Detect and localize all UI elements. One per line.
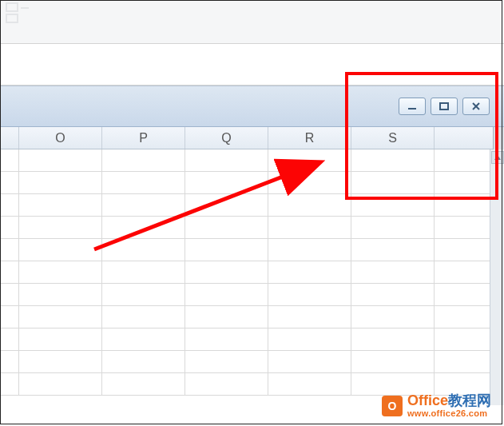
close-icon xyxy=(470,102,482,111)
ribbon-area xyxy=(0,0,504,44)
column-header-S[interactable]: S xyxy=(351,127,435,149)
column-header-O[interactable]: O xyxy=(19,127,102,149)
grid-row[interactable] xyxy=(0,217,490,239)
grid-row[interactable] xyxy=(0,149,490,172)
grid-row[interactable] xyxy=(0,172,490,194)
grid-row[interactable] xyxy=(0,284,490,306)
maximize-button[interactable] xyxy=(431,98,458,115)
minimize-button[interactable] xyxy=(399,98,426,115)
watermark-title: Office教程网 xyxy=(407,393,491,408)
spreadsheet-grid[interactable] xyxy=(0,149,504,405)
close-button[interactable] xyxy=(462,98,490,115)
workbook-window-controls xyxy=(399,98,490,115)
grid-row[interactable] xyxy=(0,328,490,351)
column-header-spacer xyxy=(0,127,19,149)
watermark-url: www.office26.com xyxy=(407,409,491,418)
svg-rect-3 xyxy=(408,108,416,109)
grid-row[interactable] xyxy=(0,239,490,261)
svg-marker-7 xyxy=(494,155,501,160)
column-header-R[interactable]: R xyxy=(268,127,351,149)
grid-row[interactable] xyxy=(0,351,490,373)
column-header-Q[interactable]: Q xyxy=(185,127,268,149)
grid-row[interactable] xyxy=(0,261,490,284)
watermark-badge: O xyxy=(382,396,403,416)
workbook-window-titlebar xyxy=(0,86,504,127)
formula-bar-area xyxy=(0,47,504,86)
svg-rect-4 xyxy=(440,103,448,109)
grid-rows xyxy=(0,149,490,405)
formula-bar[interactable] xyxy=(0,47,498,70)
vertical-scrollbar[interactable] xyxy=(490,149,504,405)
svg-rect-0 xyxy=(6,3,18,11)
maximize-icon xyxy=(439,102,450,111)
chevron-up-icon xyxy=(494,155,501,160)
split-handle[interactable] xyxy=(493,127,504,149)
grid-row[interactable] xyxy=(0,306,490,328)
column-header-row: O P Q R S xyxy=(0,127,504,149)
watermark: O Office教程网 www.office26.com xyxy=(382,393,491,418)
placeholder-ribbon-icon xyxy=(5,2,34,27)
grid-row[interactable] xyxy=(0,194,490,217)
scroll-up-button[interactable] xyxy=(491,151,504,164)
column-header-P[interactable]: P xyxy=(102,127,185,149)
svg-rect-1 xyxy=(6,14,18,22)
minimize-icon xyxy=(407,102,418,111)
